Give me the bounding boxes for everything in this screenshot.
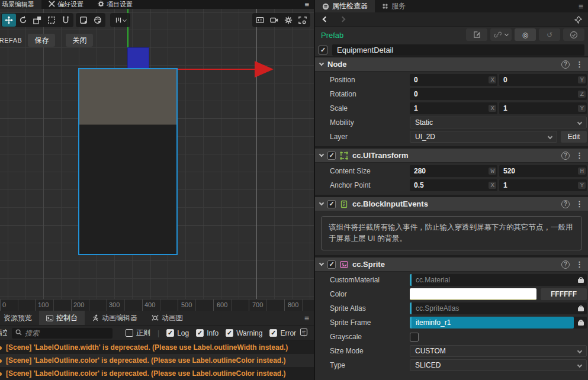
anchor-y-field[interactable]: 1Y [499,179,587,191]
info-filter[interactable]: Info [196,329,219,337]
type-dropdown[interactable]: SLICED [410,359,587,371]
log-filter[interactable]: Log [166,329,189,337]
tab-asset-preview[interactable]: 资源预览 [0,311,39,325]
capture-settings-button[interactable] [295,14,310,27]
asset-picker-icon[interactable] [577,304,585,314]
scale-tool-button[interactable] [30,14,44,27]
help-icon[interactable]: ? [561,152,570,160]
scale-x-field[interactable]: 1X [410,102,497,114]
inspector-hamburger-icon[interactable]: ≡ [579,0,583,12]
console-search-box[interactable] [12,328,113,339]
regex-filter[interactable]: 正则 [126,328,150,338]
color-hex-value[interactable]: FFFFFF [541,288,587,300]
collapse-icon[interactable] [319,61,324,66]
log-row[interactable]: [Scene] 'LabelOutline.color' is deprecat… [0,354,314,367]
search-input[interactable] [25,329,96,337]
apply-prefab-button[interactable] [563,28,584,41]
tab-services[interactable]: 服务 [375,0,413,12]
error-checkbox[interactable] [269,329,277,337]
camera-button[interactable] [267,14,281,27]
log-checkbox[interactable] [166,329,174,337]
selected-node-equipmentdetail[interactable] [78,68,178,255]
regex-checkbox[interactable] [126,329,133,337]
forward-icon[interactable] [340,17,346,22]
pivot-toggle-button[interactable] [76,14,91,27]
content-width-field[interactable]: 280W [410,165,497,177]
more-icon[interactable]: ⋮ [576,260,583,269]
warning-checkbox[interactable] [226,329,233,337]
menu-project-settings[interactable]: 项目设置 [91,0,140,9]
save-button[interactable]: 保存 [28,34,55,47]
uitransform-section-header[interactable]: cc.UITransform ?⋮ [315,149,588,163]
rotate-tool-button[interactable] [16,14,30,27]
position-y-field[interactable]: 0Y [499,74,587,86]
rotation-z-field[interactable]: 0Z [410,88,587,100]
error-filter[interactable]: Error [269,329,296,337]
scene-menu-hamburger-icon[interactable]: ≡ [304,0,309,9]
gizmo-visibility-dropdown[interactable] [111,14,130,27]
scene-viewport[interactable]: PREFAB 保存 关闭 [0,9,314,299]
info-checkbox[interactable] [196,329,204,337]
aspect-ratio-button[interactable] [253,14,267,27]
tab-property-inspector[interactable]: 属性检查器 [315,0,375,12]
blockinputevents-icon [340,200,348,208]
sprite-section-header[interactable]: cc.Sprite ?⋮ [315,257,588,272]
menu-scene-editor[interactable]: 场景编辑器 [0,0,41,9]
layer-dropdown[interactable]: UI_2D [410,131,557,143]
warning-filter[interactable]: Warning [226,329,262,337]
collapse-log-icon[interactable] [300,328,308,338]
help-icon[interactable]: ? [561,60,570,69]
size-mode-dropdown[interactable]: CUSTOM [410,345,587,357]
asset-picker-icon[interactable] [577,276,585,286]
sprite-frame-field[interactable]: iteminfo_r1 [410,317,587,329]
more-icon[interactable]: ⋮ [576,60,583,69]
more-icon[interactable]: ⋮ [576,199,583,208]
close-button[interactable]: 关闭 [66,34,93,47]
collapse-icon[interactable] [319,152,324,157]
sprite-enabled-checkbox[interactable] [327,260,336,269]
node-section-header[interactable]: Node ?⋮ [315,57,588,72]
gizmo-x-arrowhead[interactable] [255,61,274,78]
tab-animation-editor[interactable]: 动画编辑器 [85,311,144,325]
log-row[interactable]: [Scene] 'LabelOutline.width' is deprecat… [0,341,314,354]
custom-material-field[interactable]: cc.Material [410,274,587,286]
node-active-checkbox[interactable] [319,46,327,54]
tab-animation-graph[interactable]: 动画图 [144,311,190,325]
help-icon[interactable]: ? [561,260,570,269]
clear-console-button[interactable]: 清空 [0,328,7,338]
asset-picker-icon[interactable] [577,318,585,329]
unlink-prefab-button[interactable] [490,28,512,41]
position-x-field[interactable]: 0X [410,74,497,86]
pin-icon[interactable] [574,15,582,26]
more-icon[interactable]: ⋮ [576,151,583,160]
coordinate-toggle-button[interactable] [91,14,105,27]
menu-preferences[interactable]: 偏好设置 [41,0,91,9]
revert-prefab-button[interactable]: ↺ [539,28,560,41]
anchor-tool-button[interactable] [59,14,73,27]
node-name-input[interactable]: EquipmentDetail [332,44,584,56]
locate-prefab-button[interactable]: ◎ [515,28,536,41]
uitransform-enabled-checkbox[interactable] [327,152,336,160]
help-icon[interactable]: ? [561,200,570,208]
collapse-icon[interactable] [319,201,324,205]
layer-edit-button[interactable]: Edit [561,131,587,143]
back-icon[interactable] [323,17,329,22]
anchor-x-field[interactable]: 0.5X [410,179,497,191]
blockinputevents-section-header[interactable]: cc.BlockInputEvents ?⋮ [315,197,588,211]
mobility-dropdown[interactable]: Static [410,117,587,128]
scale-y-field[interactable]: 1Y [499,102,587,114]
sprite-atlas-field[interactable]: cc.SpriteAtlas [410,302,587,314]
grayscale-checkbox[interactable] [410,333,419,342]
log-row[interactable]: [Scene] 'LabelOutline.color' is deprecat… [0,367,314,380]
gizmo-xy-handle[interactable] [127,47,149,69]
color-swatch[interactable] [410,288,536,300]
blockinputevents-enabled-checkbox[interactable] [327,200,336,208]
console-hamburger-icon[interactable]: ≡ [304,311,309,326]
move-tool-button[interactable] [2,14,16,27]
scene-gear-button[interactable] [281,14,295,27]
collapse-icon[interactable] [319,261,324,266]
rect-tool-button[interactable] [44,14,59,27]
tab-console[interactable]: 控制台 [39,311,85,325]
edit-prefab-button[interactable] [466,28,487,41]
content-height-field[interactable]: 520H [499,165,587,177]
